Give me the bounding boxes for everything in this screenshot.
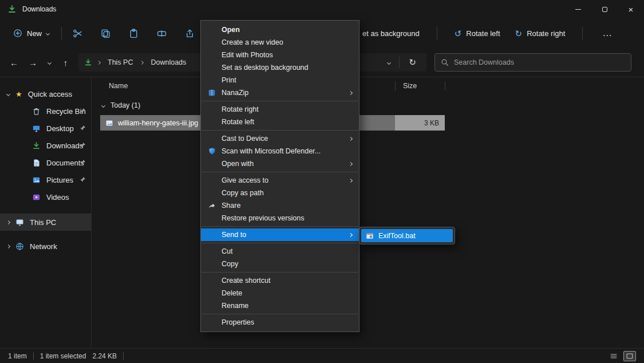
copy-button[interactable]: [100, 28, 110, 38]
rotate-right-label: Rotate right: [527, 29, 565, 38]
details-view-icon: [610, 352, 618, 360]
toolbar-separator: [582, 27, 583, 40]
maximize-button[interactable]: [591, 0, 618, 18]
rotate-left-button[interactable]: ↺ Rotate left: [451, 26, 504, 41]
close-button[interactable]: ×: [618, 0, 644, 18]
new-button[interactable]: New: [7, 25, 56, 42]
menu-separator: [202, 272, 358, 273]
sidebar-item-network[interactable]: Network: [0, 238, 91, 255]
share-button[interactable]: [184, 28, 195, 38]
menu-item-print[interactable]: Print: [201, 74, 359, 86]
menu-item-create-shortcut[interactable]: Create shortcut: [201, 274, 359, 287]
rename-button[interactable]: [156, 28, 167, 38]
pin-icon: [80, 159, 86, 165]
cut-button[interactable]: [72, 28, 82, 38]
menu-item-set-as-desktop-background[interactable]: Set as desktop background: [201, 61, 359, 74]
sidebar-item-label: Videos: [46, 193, 69, 202]
menu-item-open-with[interactable]: Open with: [201, 157, 359, 170]
up-button[interactable]: ↑: [57, 54, 74, 71]
sidebar-item-recycle-bin[interactable]: Recycle Bin: [0, 102, 91, 120]
menu-item-cut[interactable]: Cut: [201, 245, 359, 258]
column-divider[interactable]: [445, 81, 445, 90]
status-divider: [123, 352, 124, 360]
menu-item-properties[interactable]: Properties: [201, 316, 359, 329]
menu-item-open[interactable]: Open: [201, 23, 359, 36]
details-view-button[interactable]: [607, 351, 620, 361]
submenu-arrow-icon: [349, 136, 353, 140]
pictures-icon: [32, 176, 41, 184]
menu-item-rename[interactable]: Rename: [201, 299, 359, 312]
thumbnail-view-button[interactable]: [623, 351, 636, 361]
menu-item-label: NanaZip: [222, 89, 248, 97]
toolbar-right-group: et as background ↺ Rotate left ↻ Rotate …: [359, 18, 618, 48]
sidebar-item-documents[interactable]: Documents: [0, 154, 91, 171]
menu-item-label: Properties: [222, 318, 254, 326]
menu-item-nanazip[interactable]: NanaZip: [201, 86, 359, 99]
submenu-arrow-icon: [349, 178, 353, 182]
group-header-today[interactable]: Today (1): [92, 97, 644, 114]
column-header-size[interactable]: Size: [396, 82, 445, 90]
sidebar-item-desktop[interactable]: Desktop: [0, 120, 91, 137]
menu-item-send-to[interactable]: Send to: [201, 228, 359, 241]
menu-item-label: Copy as path: [222, 189, 264, 197]
sidebar: ★ Quick access Recycle Bin Desktop: [0, 77, 92, 348]
menu-separator: [202, 243, 358, 243]
breadcrumb-downloads[interactable]: Downloads: [148, 57, 188, 68]
menu-item-copy-as-path[interactable]: Copy as path: [201, 187, 359, 199]
menu-item-copy[interactable]: Copy: [201, 258, 359, 270]
paste-button[interactable]: [128, 28, 139, 38]
minimize-button[interactable]: [565, 0, 591, 18]
menu-item-rotate-right[interactable]: Rotate right: [201, 103, 359, 116]
menu-item-label: Cut: [222, 247, 232, 255]
forward-button[interactable]: →: [25, 54, 41, 71]
menu-item-label: Send to: [222, 231, 246, 239]
menu-item-restore-previous-versions[interactable]: Restore previous versions: [201, 212, 359, 224]
breadcrumb-this-pc[interactable]: This PC: [105, 57, 135, 68]
menu-item-label: Create shortcut: [222, 277, 270, 285]
rotate-right-button[interactable]: ↻ Rotate right: [512, 26, 569, 41]
file-size-label: 3 KB: [424, 119, 439, 127]
search-input[interactable]: [454, 58, 625, 66]
group-header-label: Today (1): [110, 101, 140, 109]
set-as-background-button[interactable]: et as background: [359, 26, 423, 41]
documents-icon: [32, 159, 41, 167]
menu-item-rotate-left[interactable]: Rotate left: [201, 116, 359, 128]
search-box[interactable]: [434, 53, 631, 72]
see-more-button[interactable]: …: [596, 27, 618, 39]
chevron-down-icon: [46, 31, 50, 35]
send-to-submenu: ExifTool.bat: [359, 227, 455, 244]
this-pc-icon: [15, 218, 24, 227]
submenu-item-label: ExifTool.bat: [378, 232, 416, 240]
sidebar-item-downloads[interactable]: Downloads: [0, 137, 91, 154]
sidebar-item-videos[interactable]: Videos: [0, 188, 91, 206]
refresh-button[interactable]: ↻: [404, 54, 421, 71]
address-dropdown-button[interactable]: [383, 54, 394, 71]
title-bar: Downloads ×: [0, 0, 644, 18]
menu-item-give-access-to[interactable]: Give access to: [201, 174, 359, 187]
toolbar-icon-group: [72, 28, 195, 38]
nanazip-icon: [207, 88, 216, 97]
sidebar-item-pictures[interactable]: Pictures: [0, 171, 91, 188]
recent-locations-button[interactable]: [44, 54, 55, 71]
new-button-label: New: [27, 29, 42, 38]
toolbar-separator: [437, 27, 437, 40]
submenu-item-exiftool-bat[interactable]: ExifTool.bat: [361, 229, 453, 242]
back-arrow-icon: ←: [10, 58, 18, 68]
selection-count-label: 1 item selected: [40, 352, 86, 360]
window-title: Downloads: [22, 5, 56, 13]
submenu-arrow-icon: [349, 90, 353, 94]
menu-item-cast-to-device[interactable]: Cast to Device: [201, 132, 359, 145]
menu-item-create-a-new-video[interactable]: Create a new video: [201, 36, 359, 49]
sidebar-item-quick-access[interactable]: ★ Quick access: [0, 85, 91, 102]
menu-item-edit-with-photos[interactable]: Edit with Photos: [201, 49, 359, 61]
pin-icon: [80, 176, 86, 183]
toolbar-separator: [61, 27, 62, 40]
cut-icon: [73, 29, 82, 38]
menu-item-label: Rotate left: [222, 118, 254, 126]
network-icon: [15, 242, 24, 251]
sidebar-item-this-pc[interactable]: This PC: [0, 214, 91, 231]
menu-item-share[interactable]: Share: [201, 199, 359, 212]
menu-item-scan-with-defender[interactable]: Scan with Microsoft Defender...: [201, 145, 359, 157]
menu-item-delete[interactable]: Delete: [201, 287, 359, 299]
back-button[interactable]: ←: [6, 54, 22, 71]
